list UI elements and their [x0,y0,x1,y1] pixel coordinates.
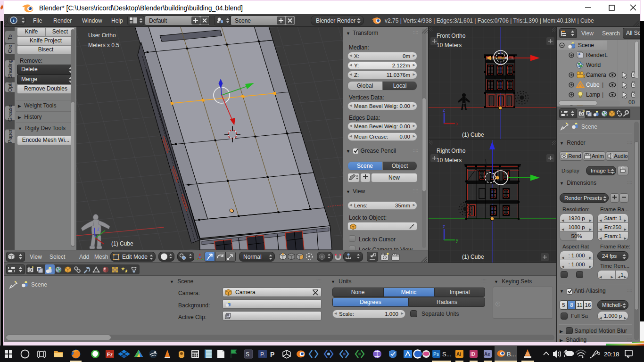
svg-text:Ae: Ae [484,352,490,357]
svg-text:i: i [13,17,14,23]
svg-text:y: y [456,238,458,243]
svg-text:(1) Cube: (1) Cube [462,132,484,138]
svg-text:x: x [456,121,458,126]
svg-text:Meters x 0.5: Meters x 0.5 [88,42,119,49]
svg-text:P.: P. [260,351,265,358]
svg-text:z: z [443,224,445,229]
svg-text:Ps: Ps [433,352,439,357]
svg-text:S...: S... [442,351,452,358]
svg-text:ID: ID [471,352,475,357]
svg-text:Front Ortho: Front Ortho [437,33,466,39]
svg-text:B...: B... [507,351,516,358]
svg-text:S: S [246,351,249,358]
svg-text:P: P [270,351,274,358]
svg-text:20:18: 20:18 [604,351,619,358]
svg-text:(1) Cube: (1) Cube [462,254,484,260]
svg-text:Fz: Fz [107,352,113,357]
svg-text:10 Meters: 10 Meters [437,157,462,164]
svg-text:z: z [443,107,445,113]
svg-text:Right Ortho: Right Ortho [437,148,466,154]
svg-text:(1) Cube: (1) Cube [111,240,133,247]
svg-text:10 Meters: 10 Meters [437,42,462,49]
svg-text:z: z [97,226,99,231]
svg-text:User Ortho: User Ortho [88,32,116,39]
svg-text:Ai: Ai [456,352,461,357]
